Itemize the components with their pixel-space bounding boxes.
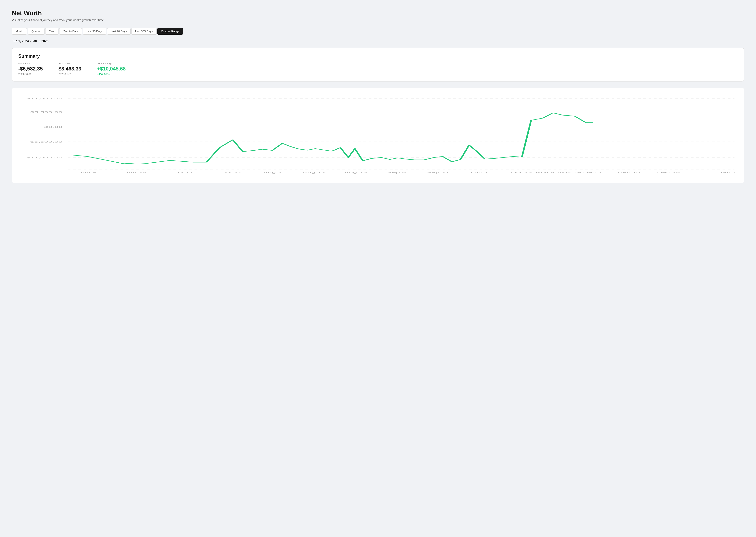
svg-text:Jul 27: Jul 27 [223,171,242,174]
svg-text:-$11,000.00: -$11,000.00 [24,156,63,159]
initial-value-label: Initial Value [18,62,43,65]
svg-text:Jun 25: Jun 25 [125,171,147,174]
svg-text:Dec 2: Dec 2 [583,171,602,174]
filter-btn-year[interactable]: Year [45,28,58,35]
total-change-metric: Total Change +$10,045.68 +152.62% [97,62,126,76]
total-change-amount: +$10,045.68 [97,66,126,72]
final-value-date: 2025-01-01 [59,73,81,76]
initial-value-amount: -$6,582.35 [18,66,43,72]
svg-text:Dec 10: Dec 10 [617,171,641,174]
svg-text:Sep 5: Sep 5 [387,171,406,174]
chart-container: .y-label { font-size: 11px; fill: #aaa; … [12,88,744,183]
svg-text:-$5,500.00: -$5,500.00 [28,141,63,143]
svg-text:Sep 21: Sep 21 [427,171,450,174]
summary-metrics: Initial Value -$6,582.35 2024-06-01 Fina… [18,62,738,76]
net-worth-chart: .y-label { font-size: 11px; fill: #aaa; … [15,93,741,175]
filter-btn-quarter[interactable]: Quarter [28,28,45,35]
filter-btn-month[interactable]: Month [12,28,27,35]
svg-text:Oct 7: Oct 7 [471,171,488,174]
total-change-label: Total Change [97,62,126,65]
svg-text:$11,000.00: $11,000.00 [26,97,63,100]
final-value-label: Final Value [59,62,81,65]
svg-text:Jan 1: Jan 1 [719,171,737,174]
filter-btn-last-90-days[interactable]: Last 90 Days [107,28,131,35]
chart-line [71,113,593,164]
svg-text:Nov 8: Nov 8 [535,171,554,174]
summary-card: Summary Initial Value -$6,582.35 2024-06… [12,48,744,81]
summary-title: Summary [18,53,738,59]
svg-text:Aug 12: Aug 12 [302,171,325,174]
svg-text:Jun 9: Jun 9 [79,171,97,174]
svg-text:$5,500.00: $5,500.00 [30,111,63,113]
page-subtitle: Visualize your financial journey and tra… [12,18,744,21]
svg-text:Nov 19: Nov 19 [558,171,581,174]
filter-btn-last-30-days[interactable]: Last 30 Days [83,28,106,35]
filter-btn-year-to-date[interactable]: Year to Date [59,28,82,35]
filter-bar: MonthQuarterYearYear to DateLast 30 Days… [12,28,744,35]
initial-value-metric: Initial Value -$6,582.35 2024-06-01 [18,62,43,76]
svg-text:Dec 25: Dec 25 [657,171,680,174]
svg-text:Aug 2: Aug 2 [263,171,282,174]
final-value-amount: $3,463.33 [59,66,81,72]
svg-text:Aug 23: Aug 23 [344,171,367,174]
svg-text:Jul 11: Jul 11 [174,171,193,174]
svg-text:Oct 23: Oct 23 [511,171,532,174]
page-title: Net Worth [12,10,744,17]
filter-btn-last-365-days[interactable]: Last 365 Days [131,28,156,35]
date-range-label: Jun 1, 2024 - Jan 1, 2025 [12,39,744,43]
total-change-pct: +152.62% [97,73,126,76]
filter-btn-custom-range[interactable]: Custom Range [157,28,183,35]
final-value-metric: Final Value $3,463.33 2025-01-01 [59,62,81,76]
svg-text:$0.00: $0.00 [44,126,63,128]
initial-value-date: 2024-06-01 [18,73,43,76]
